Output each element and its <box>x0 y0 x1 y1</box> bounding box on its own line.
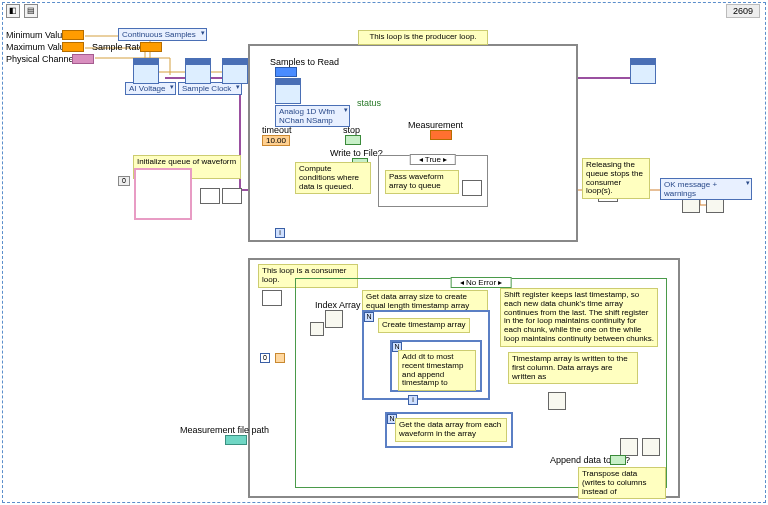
vi-build-array[interactable] <box>548 392 566 410</box>
label-index-array: Index Array <box>315 300 361 310</box>
vi-daqmx-timing[interactable] <box>185 58 211 84</box>
loop-iteration-inner: i <box>408 395 418 405</box>
note-release-queue: Releasing the queue stops the consumer l… <box>582 158 650 199</box>
label-phys-chan: Physical Channel <box>6 54 76 64</box>
label-meas-file-path: Measurement file path <box>180 425 269 435</box>
note-get-data: Get the data array from each waveform in… <box>395 418 507 442</box>
const-zero[interactable]: 0 <box>260 353 270 363</box>
indicator-measurement[interactable] <box>430 130 452 140</box>
terminal-stop[interactable] <box>345 135 361 145</box>
terminal-min-value[interactable] <box>62 30 84 40</box>
note-pass-waveform: Pass waveform array to queue <box>385 170 459 194</box>
toolbar-btn-1[interactable]: ◧ <box>6 4 20 18</box>
note-add-dt: Add dt to most recent timestamp and appe… <box>398 350 476 391</box>
vi-daqmx-clear[interactable] <box>630 58 656 84</box>
toolbar: ◧ ▤ <box>6 4 38 18</box>
loop-iteration-producer: i <box>275 228 285 238</box>
label-timeout: timeout <box>262 125 292 135</box>
vi-daqmx-create-chan[interactable] <box>133 58 159 84</box>
label-status: status <box>357 98 381 108</box>
case-selector-true[interactable]: True <box>410 154 456 165</box>
note-create-ts: Create timestamp array <box>378 318 470 333</box>
ring-ok-message[interactable]: OK message + warnings <box>660 178 752 200</box>
label-min-value: Minimum Value <box>6 30 67 40</box>
enqueue-element[interactable] <box>462 180 482 196</box>
label-measurement: Measurement <box>408 120 463 130</box>
dequeue-element[interactable] <box>262 290 282 306</box>
terminal-phys-chan[interactable] <box>72 54 94 64</box>
const-append-true[interactable] <box>610 455 626 465</box>
label-samples-to-read: Samples to Read <box>270 57 339 67</box>
vi-transpose[interactable] <box>620 438 638 456</box>
const-timeout[interactable]: 10.00 <box>262 135 290 146</box>
note-transpose: Transpose data (writes to columns instea… <box>578 467 666 499</box>
note-ts-written: Timestamp array is written to the first … <box>508 352 638 384</box>
obtain-queue[interactable] <box>200 188 220 204</box>
shift-register-left <box>275 353 285 363</box>
vi-index-array[interactable] <box>325 310 343 328</box>
label-max-value: Maximum Value <box>6 42 70 52</box>
case-selector-noerror[interactable]: No Error <box>451 277 512 288</box>
toolbar-btn-2[interactable]: ▤ <box>24 4 38 18</box>
vi-waveform-components[interactable] <box>310 322 324 336</box>
obtain-queue-2[interactable] <box>222 188 242 204</box>
page-number: 2609 <box>726 4 760 18</box>
note-shift-register: Shift register keeps last timestamp, so … <box>500 288 658 347</box>
vi-write-file[interactable] <box>642 438 660 456</box>
vi-daqmx-start[interactable] <box>222 58 248 84</box>
waveform-const[interactable] <box>134 168 192 220</box>
vi-daqmx-read[interactable] <box>275 78 301 104</box>
ring-read-mode[interactable]: Analog 1D Wfm NChan NSamp <box>275 105 350 127</box>
array-index-const[interactable]: 0 <box>118 176 130 186</box>
ring-continuous-samples[interactable]: Continuous Samples <box>118 28 207 41</box>
terminal-sample-rate[interactable] <box>140 42 162 52</box>
terminal-samples-to-read[interactable] <box>275 67 297 77</box>
note-producer-title: This loop is the producer loop. <box>358 30 488 45</box>
label-sample-rate: Sample Rate <box>92 42 144 52</box>
terminal-max-value[interactable] <box>62 42 84 52</box>
producer-while-loop[interactable] <box>248 44 578 242</box>
terminal-file-path[interactable] <box>225 435 247 445</box>
label-stop: stop <box>343 125 360 135</box>
label-write-to-file: Write to File? <box>330 148 383 158</box>
for-n-terminal-1: N <box>364 312 374 322</box>
note-compute-cond: Compute conditions where data is queued. <box>295 162 371 194</box>
